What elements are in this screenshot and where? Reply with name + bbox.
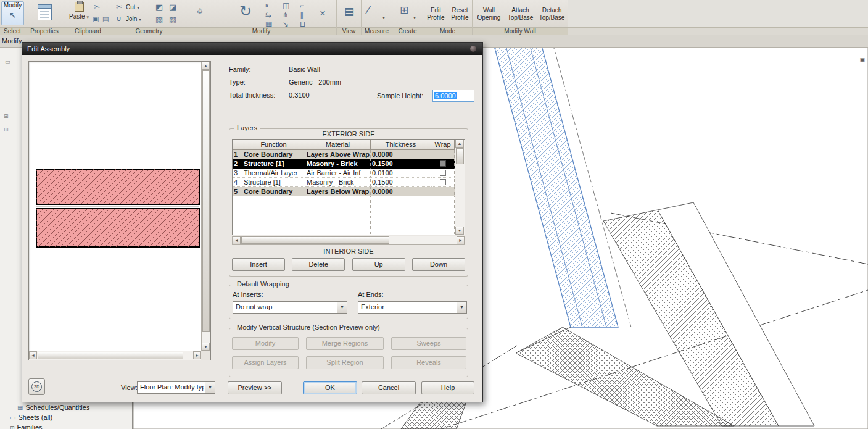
help-button[interactable]: Help [421, 381, 474, 394]
cell-thickness[interactable]: 0.1500 [371, 178, 431, 187]
dialog-titlebar-icon[interactable] [470, 46, 476, 52]
cell-material[interactable]: Layers Above Wrap [305, 150, 371, 159]
column-material[interactable]: Material [305, 140, 371, 150]
preview-view-dropdown[interactable]: Floor Plan: Modify typ ▾ [137, 381, 215, 394]
tree-expand-icon[interactable]: ⊞ [10, 425, 15, 429]
align-icon[interactable]: ⇤ [265, 1, 271, 10]
ok-button[interactable]: OK [303, 381, 357, 394]
wall-joins-icon[interactable]: ▧ [155, 15, 163, 24]
scroll-left-icon[interactable]: ◄ [29, 351, 37, 359]
chevron-down-icon[interactable]: ▾ [457, 302, 466, 313]
sidebar-item-schedules[interactable]: ▦Schedules/Quantities [17, 404, 89, 413]
scroll-right-icon[interactable]: ► [193, 351, 201, 359]
minimize-view-icon[interactable]: — [850, 57, 856, 63]
at-ends-dropdown[interactable]: Exterior ▾ [358, 301, 467, 314]
cell-thickness[interactable]: 0.0000 [371, 150, 431, 159]
scroll-up-icon[interactable]: ▲ [202, 62, 210, 70]
column-thickness[interactable]: Thickness [371, 140, 431, 150]
layer-row-1[interactable]: 1 Core Boundary Layers Above Wrap 0.0000 [233, 150, 465, 159]
chevron-down-icon[interactable]: ▾ [382, 15, 385, 20]
demolish-icon[interactable]: ▨ [169, 15, 176, 24]
sample-height-input[interactable]: 6.0000 [432, 90, 474, 102]
copy-icon[interactable]: ▣ [93, 15, 99, 23]
wrap-checkbox[interactable] [440, 170, 446, 176]
cell-thickness[interactable]: 0.0000 [371, 187, 431, 196]
reset-profile-button[interactable]: Reset Profile [448, 2, 471, 26]
trim-icon[interactable]: ⌐ [300, 1, 304, 10]
detach-top-base-button[interactable]: Detach Top/Base [537, 2, 567, 26]
view-panel-icon[interactable]: ▤ [344, 5, 354, 18]
cell-function[interactable]: Core Boundary [242, 150, 305, 159]
sidebar-item-sheets[interactable]: ▭Sheets (all) [10, 414, 52, 423]
scroll-down-icon[interactable]: ▼ [202, 343, 210, 351]
cope-icon[interactable]: ◪ [169, 2, 176, 12]
tree-expand-icon[interactable]: ⊞ [4, 113, 9, 119]
split-region-button[interactable]: Split Region [306, 356, 384, 369]
layers-table-hscrollbar[interactable]: ◄ ► [232, 236, 465, 245]
restore-view-icon[interactable]: ▣ [860, 57, 866, 63]
layer-row-2-selected[interactable]: 2 Structure [1] Masonry - Brick 0.1500 [233, 159, 465, 169]
preview-toggle-button[interactable]: Preview >> [228, 381, 282, 394]
modify-tool-button[interactable]: Modify ↖ [1, 1, 24, 25]
cell-material[interactable]: Masonry - Brick [305, 159, 371, 169]
modify-vertical-button[interactable]: Modify [232, 337, 299, 350]
measure-icon[interactable]: ∕ [368, 3, 370, 17]
rotate-icon[interactable]: ↻ [239, 2, 252, 20]
wrap-checkbox[interactable] [440, 179, 446, 185]
cut-to-clipboard-icon[interactable]: ✂ [94, 2, 100, 11]
dialog-titlebar[interactable]: Edit Assembly [22, 43, 482, 55]
cell-thickness[interactable]: 0.1500 [371, 159, 431, 169]
cell-thickness[interactable]: 0.0100 [371, 169, 431, 178]
tree-expand-icon[interactable]: ⊞ [4, 127, 9, 133]
cell-material[interactable]: Layers Below Wrap [305, 187, 371, 196]
reveals-button[interactable]: Reveals [391, 356, 466, 369]
cancel-button[interactable]: Cancel [362, 381, 416, 394]
parallel-icon[interactable]: ∥ [300, 10, 304, 19]
tree-node-icon[interactable]: ▭ [5, 59, 10, 65]
column-function[interactable]: Function [242, 140, 305, 150]
sweeps-button[interactable]: Sweeps [391, 337, 466, 350]
scroll-up-icon[interactable]: ▲ [455, 140, 464, 148]
scroll-right-icon[interactable]: ► [457, 236, 465, 244]
edit-profile-button[interactable]: Edit Profile [424, 2, 447, 26]
offset-icon[interactable]: ⇆ [265, 10, 271, 19]
up-button[interactable]: Up [352, 258, 405, 271]
cut-geometry-button[interactable]: Cut ▾ [126, 4, 139, 10]
preview-hscrollbar[interactable]: ◄ ► [29, 351, 201, 360]
join-geometry-icon[interactable]: ∪ [116, 14, 122, 23]
layer-row-4[interactable]: 4 Structure [1] Masonry - Brick 0.1500 [233, 178, 465, 187]
sidebar-item-families[interactable]: ⊞Families [10, 423, 43, 429]
chevron-down-icon[interactable]: ▾ [413, 15, 416, 20]
join-geometry-button[interactable]: Join ▾ [126, 15, 141, 22]
cell-material[interactable]: Masonry - Brick [305, 178, 371, 187]
at-inserts-dropdown[interactable]: Do not wrap ▾ [233, 301, 347, 314]
create-icon[interactable]: ⊞ [400, 4, 408, 17]
chevron-down-icon[interactable]: ▾ [205, 382, 215, 393]
insert-button[interactable]: Insert [232, 258, 285, 271]
mirror-icon[interactable]: ◫ [283, 1, 289, 10]
column-wrap[interactable]: Wrap [431, 140, 455, 150]
layers-table-vscrollbar[interactable]: ▲ ▼ [455, 140, 465, 235]
properties-icon[interactable] [38, 4, 52, 20]
scroll-down-icon[interactable]: ▼ [455, 227, 464, 235]
cell-function[interactable]: Thermal/Air Layer [242, 169, 305, 178]
cell-function[interactable]: Structure [1] [242, 159, 305, 169]
preview-vscrollbar[interactable]: ▲ ▼ [201, 62, 210, 351]
assign-layers-button[interactable]: Assign Layers [232, 356, 299, 369]
down-button[interactable]: Down [412, 258, 465, 271]
layer-row-3[interactable]: 3 Thermal/Air Layer Air Barrier - Air In… [233, 169, 465, 178]
cut-geometry-icon[interactable]: ✂ [116, 2, 122, 11]
paint-icon[interactable]: ◩ [155, 2, 163, 12]
split-icon[interactable]: ⋔ [283, 10, 289, 19]
scroll-left-icon[interactable]: ◄ [233, 236, 241, 244]
match-type-icon[interactable]: ▤ [102, 15, 109, 23]
cell-material[interactable]: Air Barrier - Air Inf [305, 169, 371, 178]
wall-opening-button[interactable]: Wall Opening [474, 2, 504, 26]
merge-regions-button[interactable]: Merge Regions [306, 337, 384, 350]
cell-function[interactable]: Structure [1] [242, 178, 305, 187]
paste-button[interactable]: Paste ▾ [68, 1, 90, 27]
attach-top-base-button[interactable]: Attach Top/Base [505, 2, 535, 26]
cell-function[interactable]: Core Boundary [242, 187, 305, 196]
layer-row-5[interactable]: 5 Core Boundary Layers Below Wrap 0.0000 [233, 187, 465, 196]
wrap-checkbox[interactable] [440, 160, 446, 167]
